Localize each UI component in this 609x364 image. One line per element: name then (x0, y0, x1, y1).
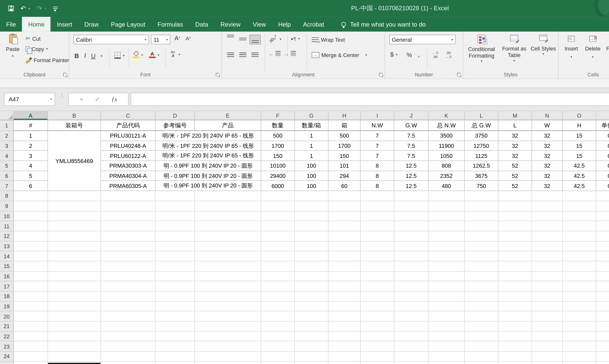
cut-button[interactable]: ✂ Cut (26, 35, 41, 42)
cell-B22[interactable] (48, 332, 101, 341)
cell-J8[interactable] (394, 191, 429, 201)
row-header-19[interactable]: 19 (0, 301, 14, 312)
undo-chevron-icon[interactable]: ▾ (28, 7, 30, 10)
cell-O18[interactable] (563, 291, 596, 301)
cell-G24[interactable] (295, 351, 329, 362)
decrease-decimal-button[interactable]: .00 →.0 (445, 51, 451, 59)
cell-B14[interactable] (48, 251, 101, 261)
cell-I1[interactable]: N.W (361, 120, 394, 131)
cell-J15[interactable] (394, 261, 429, 271)
cell-L16[interactable] (465, 272, 498, 281)
cell-E8[interactable] (195, 191, 261, 201)
cell-H22[interactable] (329, 332, 361, 341)
cell-K19[interactable] (429, 301, 465, 312)
cell-F16[interactable] (261, 272, 295, 281)
cell-M16[interactable] (498, 272, 532, 281)
row-header-17[interactable]: 17 (0, 281, 14, 291)
cell-C10[interactable] (101, 211, 155, 221)
cell-H12[interactable] (329, 231, 361, 241)
cell-E22[interactable] (195, 332, 261, 341)
cell-K4[interactable]: 1050 (429, 151, 465, 161)
cell-H25[interactable] (329, 362, 361, 364)
cell-A15[interactable] (14, 261, 48, 271)
cell-I24[interactable] (361, 351, 394, 362)
cell-K5[interactable]: 808 (429, 161, 465, 171)
cell-P22[interactable] (596, 332, 609, 341)
cell-A23[interactable] (14, 342, 48, 351)
cell-G5[interactable]: 100 (295, 161, 329, 171)
column-header-C[interactable]: C (101, 111, 155, 120)
cell-G21[interactable] (295, 322, 329, 332)
cell-H3[interactable]: 1700 (329, 141, 361, 151)
cell-I3[interactable]: 7 (361, 141, 394, 151)
enter-icon[interactable]: ✓ (95, 96, 100, 103)
tab-home[interactable]: Home (22, 17, 51, 31)
row-header-15[interactable]: 15 (0, 261, 14, 271)
cell-J14[interactable] (394, 251, 429, 261)
cell-J11[interactable] (394, 221, 429, 231)
cell-M2[interactable]: 32 (498, 131, 532, 141)
cell-N16[interactable] (532, 272, 563, 281)
cell-L19[interactable] (465, 301, 498, 312)
cell-I13[interactable] (361, 241, 394, 251)
cell-P7[interactable]: 0.07 (596, 181, 609, 191)
cell-F12[interactable] (261, 231, 295, 241)
row-header-22[interactable]: 22 (0, 332, 14, 341)
cell-L11[interactable] (465, 221, 498, 231)
cell-K14[interactable] (429, 251, 465, 261)
cell-C13[interactable] (101, 241, 155, 251)
row-header-10[interactable]: 10 (0, 211, 14, 221)
format-cells-button[interactable]: Format ▾ (605, 36, 609, 59)
cell-P13[interactable] (596, 241, 609, 251)
row-header-6[interactable]: 6 (0, 171, 14, 181)
cell-K22[interactable] (429, 332, 465, 341)
insert-cells-button[interactable]: Insert ▾ (562, 36, 581, 59)
column-header-M[interactable]: M (498, 111, 532, 120)
cell-H18[interactable] (329, 291, 361, 301)
delete-cells-button[interactable]: Delete ▾ (583, 36, 602, 59)
cell-M24[interactable] (498, 351, 532, 362)
cell-J25[interactable] (394, 362, 429, 364)
column-header-B[interactable]: B (48, 111, 101, 120)
cell-F19[interactable] (261, 301, 295, 312)
cell-I11[interactable] (361, 221, 394, 231)
cell-E19[interactable] (195, 301, 261, 312)
decrease-indent-button[interactable]: ← (269, 51, 280, 57)
cell-I25[interactable] (361, 362, 394, 364)
cell-A4[interactable]: 3 (14, 151, 48, 161)
cell-A9[interactable] (14, 201, 48, 211)
cell-K20[interactable] (429, 312, 465, 322)
cell-E21[interactable] (195, 322, 261, 332)
cell-L17[interactable] (465, 281, 498, 291)
cell-F15[interactable] (261, 261, 295, 271)
cell-C7[interactable]: PRMA60305-A (101, 181, 155, 191)
cell-G11[interactable] (295, 221, 329, 231)
cell-G8[interactable] (295, 191, 329, 201)
cell-D25[interactable] (155, 362, 195, 364)
cell-styles-button[interactable]: Cell Styles ▾ (531, 35, 556, 56)
cell-J20[interactable] (394, 312, 429, 322)
cell-G4[interactable]: 1 (295, 151, 329, 161)
cell-L6[interactable]: 3675 (465, 171, 498, 181)
tab-help[interactable]: Help (272, 17, 297, 31)
cell-H24[interactable] (329, 351, 361, 362)
cell-C24[interactable] (101, 351, 155, 362)
cell-D7[interactable]: 明 - 0.9PF 100 到 240V IP 20 - 圆形 (155, 181, 261, 191)
cell-H17[interactable] (329, 281, 361, 291)
cell-A21[interactable] (14, 322, 48, 332)
increase-decimal-button[interactable]: ←.0 .00 (432, 51, 438, 59)
cell-J24[interactable] (394, 351, 429, 362)
cell-M12[interactable] (498, 231, 532, 241)
cell-M10[interactable] (498, 211, 532, 221)
cell-O17[interactable] (563, 281, 596, 291)
cell-C21[interactable] (101, 322, 155, 332)
cell-P20[interactable] (596, 312, 609, 322)
cell-L21[interactable] (465, 322, 498, 332)
cell-F20[interactable] (261, 312, 295, 322)
cell-B1[interactable]: 装箱号 (48, 120, 101, 131)
cell-P25[interactable] (596, 362, 609, 364)
cell-F23[interactable] (261, 342, 295, 351)
cell-M1[interactable]: L (498, 120, 532, 131)
cell-G17[interactable] (295, 281, 329, 291)
cell-I8[interactable] (361, 191, 394, 201)
